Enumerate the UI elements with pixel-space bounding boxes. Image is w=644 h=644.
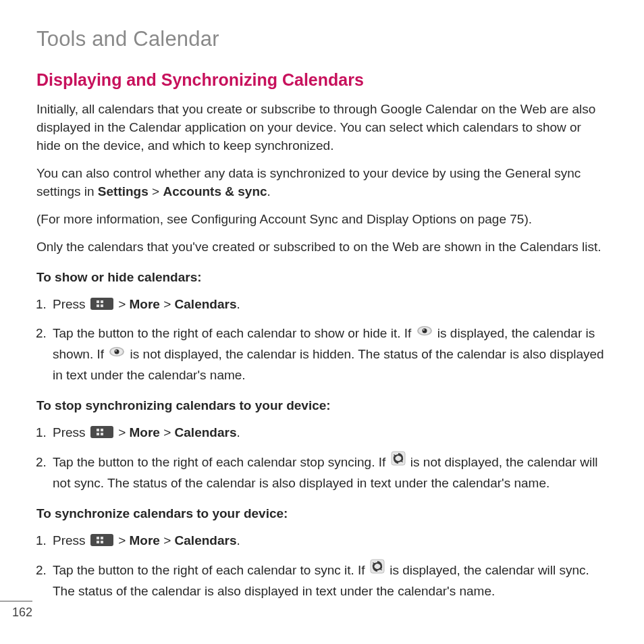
text-fragment: . [267, 184, 271, 198]
text-fragment: . [236, 425, 240, 439]
svg-point-3 [423, 329, 424, 331]
note-paragraph: Only the calendars that you've created o… [36, 238, 608, 257]
footer-rule [0, 601, 32, 601]
text-fragment: > [160, 533, 175, 547]
text-fragment: . [236, 297, 240, 311]
text-fragment: Tap the button to the right of each cale… [53, 455, 390, 469]
text-fragment: > [118, 425, 129, 439]
chapter-title: Tools and Calendar [36, 27, 608, 51]
calendars-label: Calendars [175, 533, 237, 547]
eye-icon [417, 323, 433, 342]
step-item: Tap the button to the right of each cale… [50, 452, 608, 493]
text-fragment: Press [53, 297, 89, 311]
calendars-label: Calendars [175, 297, 237, 311]
settings-label: Settings [98, 184, 149, 198]
manual-page: Tools and Calendar Displaying and Synchr… [0, 0, 644, 644]
more-label: More [130, 425, 160, 439]
menu-button-icon [90, 298, 113, 310]
eye-icon [109, 344, 125, 363]
svg-point-2 [422, 329, 427, 333]
section-title: Displaying and Synchronizing Calendars [36, 70, 608, 90]
step-item: Tap the button to the right of each cale… [50, 323, 608, 385]
accounts-sync-label: Accounts & sync [163, 184, 267, 198]
intro-paragraph-2: You can also control whether any data is… [36, 165, 608, 201]
intro-paragraph-1: Initially, all calendars that you create… [36, 101, 608, 155]
subheading-stop-sync: To stop synchronizing calendars to your … [36, 398, 608, 413]
more-label: More [130, 533, 160, 547]
steps-stop-sync: Press > More > Calendars. Tap the button… [36, 423, 608, 493]
svg-point-7 [115, 350, 117, 352]
text-fragment: > [160, 297, 175, 311]
page-footer: 162 [0, 601, 644, 620]
text-fragment: Tap the button to the right of each cale… [53, 563, 369, 577]
menu-button-icon [90, 426, 113, 438]
text-fragment: > [149, 184, 163, 198]
subheading-show-hide: To show or hide calendars: [36, 270, 608, 285]
more-label: More [130, 297, 160, 311]
svg-point-6 [115, 350, 119, 354]
text-fragment: > [160, 425, 175, 439]
step-item: Press > More > Calendars. [50, 423, 608, 442]
cross-reference: (For more information, see Configuring A… [36, 211, 608, 229]
page-number: 162 [12, 606, 644, 620]
subheading-sync: To synchronize calendars to your device: [36, 506, 608, 521]
text-fragment: > [118, 297, 129, 311]
text-fragment: Press [53, 425, 89, 439]
sync-icon [391, 451, 406, 471]
text-fragment: > [118, 533, 129, 547]
steps-show-hide: Press > More > Calendars. Tap the button… [36, 294, 608, 385]
calendars-label: Calendars [175, 425, 237, 439]
steps-sync: Press > More > Calendars. Tap the button… [36, 531, 608, 601]
step-item: Press > More > Calendars. [50, 294, 608, 314]
text-fragment: Press [53, 533, 89, 547]
menu-button-icon [90, 534, 113, 546]
step-item: Tap the button to the right of each cale… [50, 560, 608, 601]
step-item: Press > More > Calendars. [50, 531, 608, 550]
text-fragment: is not displayed, the calendar is hidden… [53, 347, 604, 382]
text-fragment: Tap the button to the right of each cale… [53, 326, 415, 340]
text-fragment: . [236, 533, 240, 547]
sync-icon [370, 559, 385, 579]
